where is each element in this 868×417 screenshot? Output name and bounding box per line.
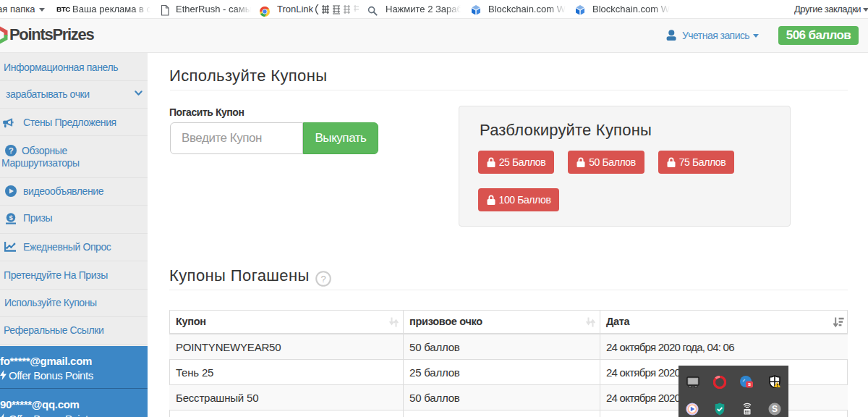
svg-text:?: ? <box>9 146 14 155</box>
svg-text:s: s <box>748 381 751 387</box>
svg-text:?: ? <box>320 274 326 285</box>
svg-text:S: S <box>772 404 778 414</box>
